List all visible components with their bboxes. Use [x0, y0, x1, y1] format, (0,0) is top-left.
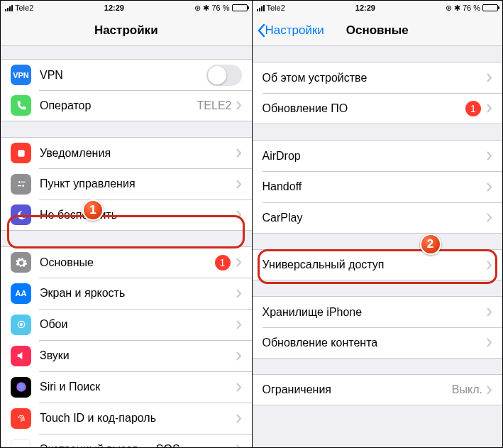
- row-carrier[interactable]: Оператор TELE2: [1, 90, 252, 121]
- row-wallpaper[interactable]: Обои: [1, 309, 252, 340]
- row-label: Основные: [40, 256, 215, 269]
- signal-icon: [257, 5, 265, 11]
- row-dnd[interactable]: Не беспокоить: [1, 200, 252, 231]
- display-icon: AA: [11, 283, 31, 304]
- row-label: Оператор: [40, 99, 197, 112]
- moon-icon: [11, 204, 31, 225]
- gear-icon: [11, 252, 31, 273]
- chevron-icon: [236, 414, 242, 423]
- row-label: Ограничения: [262, 383, 452, 396]
- chevron-icon: [487, 261, 492, 270]
- row-label: Не беспокоить: [40, 209, 236, 222]
- row-label: Обновление контента: [262, 337, 487, 349]
- row-restrictions[interactable]: Ограничения Выкл.: [253, 374, 503, 405]
- chevron-icon: [487, 182, 492, 192]
- alarm-icon: ⊛: [194, 4, 201, 13]
- chevron-icon: [487, 73, 492, 82]
- phone-icon: [11, 95, 31, 116]
- chevron-icon: [236, 320, 242, 329]
- battery-icon: [232, 4, 248, 11]
- chevron-icon: [236, 210, 242, 219]
- siri-icon: [11, 377, 31, 398]
- row-label: Об этом устройстве: [262, 72, 487, 84]
- chevron-icon: [487, 307, 492, 317]
- battery-percent: 76 %: [211, 4, 229, 12]
- back-button[interactable]: Настройки: [253, 23, 328, 38]
- svg-point-3: [22, 185, 24, 187]
- general-list[interactable]: Об этом устройстве Обновление ПО 1 AirDr…: [253, 46, 503, 447]
- badge: 1: [465, 101, 481, 116]
- chevron-icon: [487, 151, 492, 160]
- chevron-icon: [236, 258, 242, 267]
- sos-icon: SOS: [11, 439, 31, 447]
- row-airdrop[interactable]: AirDrop: [253, 140, 503, 171]
- chevron-icon: [236, 383, 242, 392]
- chevron-icon: [487, 386, 492, 395]
- row-label: Уведомления: [40, 147, 236, 160]
- svg-point-6: [20, 323, 23, 326]
- row-about[interactable]: Об этом устройстве: [253, 62, 503, 93]
- row-label: Обои: [40, 318, 236, 331]
- row-display[interactable]: AA Экран и яркость: [1, 278, 252, 309]
- row-label: AirDrop: [262, 150, 487, 163]
- row-sos[interactable]: SOS Экстренный вызов — SOS: [1, 434, 252, 447]
- svg-rect-2: [21, 182, 25, 182]
- alarm-icon: ⊛: [446, 4, 452, 13]
- row-label: Хранилище iPhone: [262, 306, 487, 319]
- row-label: Обновление ПО: [262, 102, 466, 115]
- row-notifications[interactable]: Уведомления: [1, 137, 252, 168]
- row-value: Выкл.: [452, 383, 482, 396]
- vpn-icon: VPN: [11, 65, 31, 85]
- row-software-update[interactable]: Обновление ПО 1: [253, 93, 503, 124]
- page-title: Настройки: [1, 23, 252, 38]
- chevron-icon: [487, 213, 492, 222]
- row-siri[interactable]: Siri и Поиск: [1, 371, 252, 403]
- notifications-icon: [11, 143, 31, 163]
- svg-point-7: [16, 382, 26, 392]
- svg-rect-0: [18, 150, 24, 156]
- fingerprint-icon: [11, 408, 31, 429]
- signal-icon: [5, 5, 13, 11]
- speaker-icon: [11, 346, 31, 366]
- row-label: Touch ID и код-пароль: [40, 412, 236, 425]
- status-time: 12:29: [33, 4, 194, 12]
- settings-list[interactable]: VPN VPN Оператор TELE2 Уведомления Пункт…: [1, 46, 252, 447]
- chevron-icon: [236, 101, 242, 110]
- chevron-icon: [236, 148, 242, 158]
- bluetooth-icon: ✱: [203, 4, 209, 13]
- wallpaper-icon: [11, 315, 31, 335]
- battery-percent: 76 %: [463, 4, 480, 12]
- phone-general: Tele2 12:29 ⊛ ✱ 76 % Настройки Основные …: [252, 1, 503, 447]
- row-label: Универсальный доступ: [262, 258, 487, 271]
- row-label: CarPlay: [262, 212, 487, 224]
- row-label: VPN: [40, 69, 206, 82]
- row-label: Siri и Поиск: [40, 381, 236, 393]
- chevron-icon: [487, 104, 492, 113]
- chevron-icon: [236, 444, 242, 447]
- vpn-toggle[interactable]: [206, 65, 242, 86]
- row-touchid[interactable]: Touch ID и код-пароль: [1, 403, 252, 434]
- svg-rect-4: [17, 185, 21, 186]
- back-label: Настройки: [265, 23, 324, 38]
- row-control-center[interactable]: Пункт управления: [1, 168, 252, 200]
- row-accessibility[interactable]: Универсальный доступ: [253, 249, 503, 280]
- row-carplay[interactable]: CarPlay: [253, 202, 503, 234]
- row-handoff[interactable]: Handoff: [253, 171, 503, 202]
- chevron-icon: [236, 289, 242, 298]
- badge: 1: [215, 255, 231, 271]
- status-bar: Tele2 12:29 ⊛ ✱ 76 %: [1, 1, 252, 15]
- chevron-icon: [236, 180, 242, 189]
- row-label: Экран и яркость: [40, 287, 236, 300]
- row-label: Звуки: [40, 349, 236, 362]
- chevron-icon: [487, 338, 492, 347]
- row-sounds[interactable]: Звуки: [1, 340, 252, 371]
- status-bar: Tele2 12:29 ⊛ ✱ 76 %: [253, 1, 503, 15]
- row-general[interactable]: Основные 1: [1, 246, 252, 278]
- row-storage[interactable]: Хранилище iPhone: [253, 296, 503, 327]
- control-center-icon: [11, 174, 31, 195]
- svg-point-1: [18, 181, 21, 183]
- nav-header: Настройки: [1, 15, 252, 46]
- row-background-refresh[interactable]: Обновление контента: [253, 327, 503, 359]
- row-vpn[interactable]: VPN VPN: [1, 59, 252, 90]
- bluetooth-icon: ✱: [454, 4, 460, 13]
